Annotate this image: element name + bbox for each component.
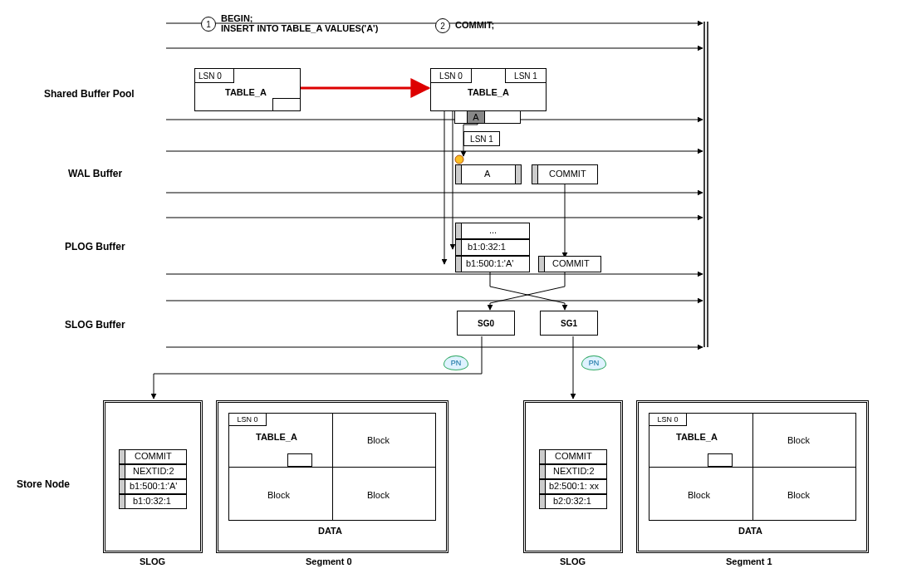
wal-rec-commit: COMMIT	[532, 164, 598, 184]
shared-right-row: A	[454, 110, 521, 124]
slog-right-row-3-text: b2:0:32:1	[553, 496, 591, 506]
plog-row-1-text: b1:0:32:1	[468, 242, 506, 252]
store-slog-left: COMMIT NEXTID:2 b1:500:1:'A' b1:0:32:1	[103, 400, 203, 553]
seg0-b3: Block	[367, 490, 390, 500]
label-shared-buffer-pool: Shared Buffer Pool	[44, 88, 135, 100]
seg0-table: TABLE_A	[256, 432, 297, 442]
wal-rec-a-text: A	[484, 169, 490, 179]
slog-left-row-2-text: b1:500:1:'A'	[130, 481, 177, 491]
wal-rec-commit-text: COMMIT	[549, 169, 586, 179]
plog-commit: COMMIT	[538, 256, 601, 272]
store-seg0: LSN 0 TABLE_A Block Block Block DATA	[216, 400, 448, 553]
seg0-b1: Block	[367, 435, 390, 445]
label-wal-buffer: WAL Buffer	[68, 168, 122, 179]
seg1-b3: Block	[787, 490, 810, 500]
shared-right-block: LSN 0 LSN 1 TABLE_A A	[430, 68, 547, 111]
pn-cloud-1: PN	[581, 355, 606, 370]
shared-right-a-cell: A	[467, 110, 485, 124]
slog-left-row-0: COMMIT	[119, 449, 187, 464]
wal-lsn-badge: LSN 1	[463, 131, 500, 146]
seg0-b2: Block	[267, 490, 290, 500]
seg1-title: Segment 1	[726, 556, 772, 566]
slog-left-row-0-text: COMMIT	[135, 451, 172, 461]
seg0-inner: LSN 0 TABLE_A Block Block Block	[228, 413, 436, 521]
shared-left-lsn: LSN 0	[194, 68, 234, 83]
shared-left-block: LSN 0 TABLE_A	[194, 68, 301, 111]
slog-right-row-0-text: COMMIT	[555, 451, 592, 461]
shared-left-tab	[272, 98, 301, 111]
slog-left-row-1-text: NEXTID:2	[133, 466, 174, 476]
seg0-tab	[287, 453, 312, 467]
step-2-marker: 2	[435, 18, 450, 33]
seg0-data-title: DATA	[318, 526, 342, 536]
slog-right-row-3: b2:0:32:1	[539, 494, 607, 509]
seg0-lsn: LSN 0	[228, 413, 267, 426]
seg1-b2: Block	[688, 490, 710, 500]
store-slog-right: COMMIT NEXTID:2 b2:500:1: xx b2:0:32:1	[523, 400, 623, 553]
slog-sg1: SG1	[540, 311, 598, 336]
slog-right-row-0: COMMIT	[539, 449, 607, 464]
store-slog-left-title: SLOG	[140, 556, 165, 566]
slog-left-row-2: b1:500:1:'A'	[119, 479, 187, 494]
slog-left-row-3-text: b1:0:32:1	[133, 496, 171, 506]
step-1-text: BEGIN; INSERT INTO TABLE_A VALUES('A')	[221, 13, 378, 33]
label-store-node: Store Node	[17, 478, 70, 490]
label-slog-buffer: SLOG Buffer	[65, 319, 125, 331]
shared-right-lsn1: LSN 1	[505, 68, 547, 83]
plog-row-1: b1:0:32:1	[455, 239, 530, 256]
plog-commit-text: COMMIT	[552, 258, 590, 268]
svg-point-13	[455, 155, 463, 164]
shared-right-table: TABLE_A	[468, 87, 509, 97]
step-1-num: 1	[206, 20, 211, 29]
plog-row-0: ...	[455, 223, 530, 239]
seg1-inner: LSN 0 TABLE_A Block Block Block	[649, 413, 856, 521]
store-seg1: LSN 0 TABLE_A Block Block Block DATA	[636, 400, 869, 553]
label-plog-buffer: PLOG Buffer	[65, 241, 125, 252]
slog-left-row-1: NEXTID:2	[119, 464, 187, 479]
slog-right-row-1: NEXTID:2	[539, 464, 607, 479]
plog-row-0-text: ...	[489, 225, 497, 235]
step-1-marker: 1	[201, 17, 216, 32]
seg1-lsn: LSN 0	[649, 413, 687, 426]
pn-cloud-0: PN	[444, 355, 468, 370]
slog-right-row-1-text: NEXTID:2	[553, 466, 595, 476]
slog-right-row-2-text: b2:500:1: xx	[549, 481, 599, 491]
seg1-data-title: DATA	[738, 526, 762, 536]
plog-row-2-text: b1:500:1:'A'	[466, 258, 513, 268]
seg0-title: Segment 0	[306, 556, 352, 566]
step-2-text: COMMIT;	[455, 20, 494, 30]
seg1-table: TABLE_A	[676, 432, 718, 442]
step-2-num: 2	[440, 22, 445, 31]
slog-left-row-3: b1:0:32:1	[119, 494, 187, 509]
slog-sg0: SG0	[457, 311, 515, 336]
wal-rec-a: A	[455, 164, 522, 184]
shared-right-lsn0: LSN 0	[430, 68, 472, 83]
seg1-tab	[708, 453, 733, 467]
store-slog-right-title: SLOG	[560, 556, 586, 566]
slog-right-row-2: b2:500:1: xx	[539, 479, 607, 494]
plog-row-2: b1:500:1:'A'	[455, 256, 530, 272]
seg1-b1: Block	[787, 435, 810, 445]
shared-left-table: TABLE_A	[225, 87, 267, 97]
